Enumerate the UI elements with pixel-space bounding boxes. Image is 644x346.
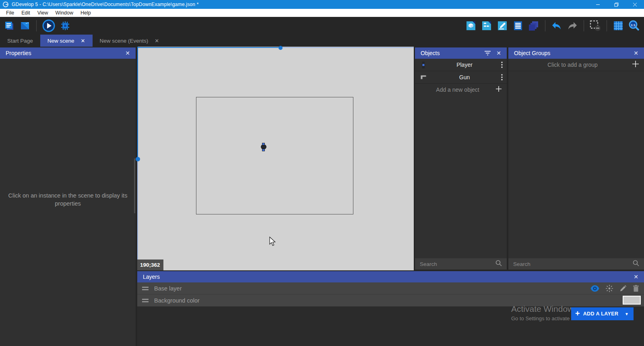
- vertical-scrollbar-handle[interactable]: [136, 157, 140, 161]
- objects-panel-header: Objects ✕: [415, 47, 507, 59]
- close-icon[interactable]: ✕: [125, 50, 130, 56]
- objects-panel: Objects ✕ Player Gun: [415, 47, 507, 270]
- restore-button[interactable]: [607, 0, 625, 9]
- toolbar: 1:1: [0, 17, 644, 35]
- object-row-player[interactable]: Player: [415, 59, 507, 71]
- properties-panel-header: Properties ✕: [0, 47, 136, 59]
- object-row-gun[interactable]: Gun: [415, 71, 507, 84]
- three-dot-menu-icon[interactable]: [501, 62, 503, 68]
- toolbar-divider: [545, 20, 545, 31]
- close-icon[interactable]: ✕: [634, 50, 638, 56]
- objects-search-input[interactable]: [420, 261, 495, 267]
- toggle-grid-icon[interactable]: [612, 20, 624, 32]
- vertical-scrollbar-track[interactable]: [137, 159, 138, 270]
- menu-view[interactable]: View: [34, 9, 52, 17]
- chevron-down-icon[interactable]: ▼: [625, 312, 629, 316]
- plus-icon: [495, 86, 502, 94]
- deselect-instances-icon[interactable]: [589, 20, 601, 32]
- tab-label: New scene: [47, 38, 74, 44]
- toolbar-divider: [607, 20, 607, 31]
- search-icon: [495, 260, 502, 268]
- object-name: Gun: [428, 74, 501, 80]
- scrollbar[interactable]: [134, 159, 135, 213]
- player-instance[interactable]: [261, 143, 266, 151]
- project-manager-icon[interactable]: [3, 20, 15, 32]
- search-icon: [633, 260, 639, 268]
- close-button[interactable]: [625, 0, 644, 9]
- horizontal-scrollbar[interactable]: [137, 47, 281, 48]
- tab-start-page[interactable]: Start Page: [0, 35, 40, 47]
- layer-name: Background color: [154, 297, 200, 304]
- tab-label: Start Page: [7, 38, 33, 44]
- panel-title: Objects: [421, 50, 440, 56]
- plus-icon: [632, 60, 639, 69]
- visibility-eye-icon[interactable]: [590, 285, 599, 292]
- object-groups-icon[interactable]: [481, 20, 493, 32]
- drag-handle-icon[interactable]: [142, 299, 149, 303]
- gdevelop-window: GDevelop 5 - C:\Users\Sparkle\OneDrive\D…: [0, 0, 644, 346]
- three-dot-menu-icon[interactable]: [501, 74, 503, 80]
- layer-name: Base layer: [154, 285, 182, 292]
- scene-editor-canvas[interactable]: 190;362: [137, 47, 414, 270]
- layer-row-base[interactable]: Base layer: [137, 282, 644, 295]
- object-groups-search-input[interactable]: [513, 261, 633, 267]
- tab-new-scene-events[interactable]: New scene (Events) ✕: [93, 35, 167, 47]
- undo-icon[interactable]: [551, 20, 563, 32]
- layers-panel-header: Layers ✕: [137, 271, 644, 282]
- tab-close-icon[interactable]: ✕: [155, 38, 159, 44]
- player-shoulder-bottom: [262, 149, 265, 151]
- debug-icon[interactable]: [59, 20, 71, 32]
- minimize-button[interactable]: [588, 0, 607, 9]
- layer-actions: [590, 282, 639, 295]
- add-group-label: Click to add a group: [513, 62, 632, 68]
- main-area: Properties ✕ Click on an instance in the…: [0, 47, 644, 346]
- start-page-icon[interactable]: [19, 20, 31, 32]
- layers-editor-icon[interactable]: [528, 20, 540, 32]
- add-object-button[interactable]: Add a new object: [415, 84, 507, 96]
- properties-editor-icon[interactable]: [496, 20, 508, 32]
- gun-object-icon: [419, 74, 428, 80]
- cursor-coordinates-badge: 190;362: [137, 260, 163, 270]
- menu-edit[interactable]: Edit: [18, 9, 34, 17]
- panel-title: Object Groups: [514, 50, 550, 56]
- toolbar-divider: [36, 20, 37, 31]
- object-groups-search-bar: [508, 258, 644, 270]
- preview-play-icon[interactable]: [42, 19, 56, 33]
- layer-row-background-color[interactable]: Background color: [137, 295, 644, 307]
- horizontal-scrollbar-track[interactable]: [281, 47, 414, 48]
- player-object-icon: [419, 62, 428, 68]
- add-layer-label: ADD A LAYER: [583, 311, 619, 317]
- redo-icon[interactable]: [566, 20, 578, 32]
- game-window-bounds: [196, 97, 353, 214]
- close-icon[interactable]: ✕: [634, 274, 638, 280]
- objects-editor-icon[interactable]: [465, 20, 477, 32]
- layer-effects-icon[interactable]: [605, 284, 613, 292]
- vertical-scrollbar[interactable]: [137, 47, 138, 159]
- objects-search-bar: [415, 258, 507, 270]
- title-bar: GDevelop 5 - C:\Users\Sparkle\OneDrive\D…: [0, 0, 644, 9]
- player-shoulder-top: [262, 143, 265, 145]
- add-layer-button[interactable]: + ADD A LAYER ▼: [571, 307, 634, 320]
- drag-handle-icon[interactable]: [142, 286, 149, 290]
- properties-panel: Properties ✕ Click on an instance in the…: [0, 47, 136, 346]
- window-title: GDevelop 5 - C:\Users\Sparkle\OneDrive\D…: [12, 2, 199, 7]
- instances-list-icon[interactable]: [512, 20, 524, 32]
- plus-icon: +: [575, 309, 580, 318]
- background-color-swatch[interactable]: [623, 296, 641, 305]
- tab-label: New scene (Events): [100, 38, 149, 44]
- edit-pencil-icon[interactable]: [619, 285, 627, 292]
- filter-icon[interactable]: [485, 51, 491, 56]
- menu-help[interactable]: Help: [77, 9, 95, 17]
- mouse-cursor-icon: [269, 237, 277, 249]
- tab-close-icon[interactable]: ✕: [81, 38, 85, 44]
- close-icon[interactable]: ✕: [496, 50, 501, 56]
- menu-file[interactable]: File: [2, 9, 18, 17]
- add-group-button[interactable]: Click to add a group: [508, 59, 644, 71]
- tab-new-scene[interactable]: New scene ✕: [40, 35, 93, 47]
- delete-trash-icon[interactable]: [633, 285, 639, 292]
- horizontal-scrollbar-handle[interactable]: [279, 46, 283, 50]
- object-name: Player: [428, 62, 501, 68]
- object-groups-panel: Object Groups ✕ Click to add a group: [508, 47, 644, 270]
- zoom-original-icon[interactable]: 1:1: [628, 20, 640, 32]
- menu-window[interactable]: Window: [52, 9, 77, 17]
